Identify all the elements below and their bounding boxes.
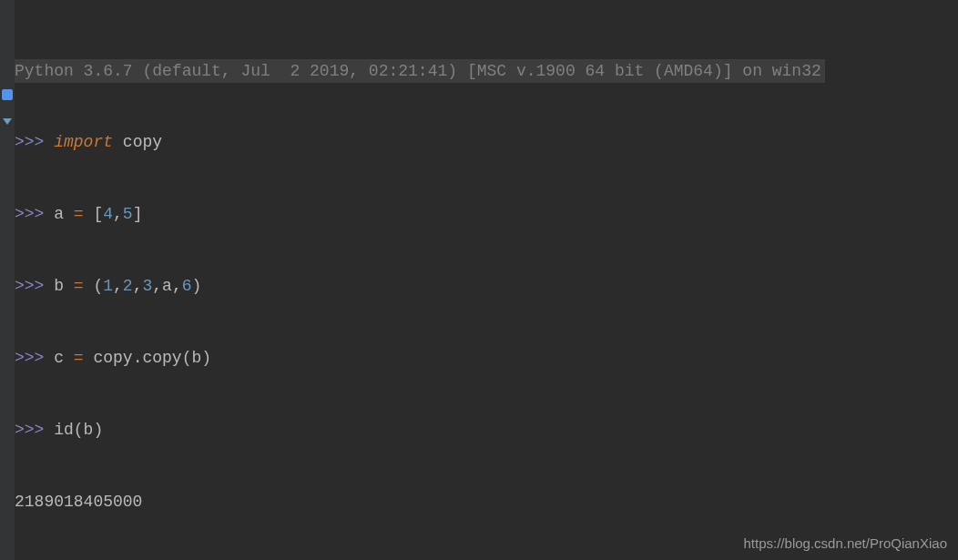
python-header: Python 3.6.7 (default, Jul 2 2019, 02:21… (15, 59, 825, 83)
output-value: 2189018405000 (15, 493, 142, 511)
repl-prompt: >>> (15, 421, 44, 439)
gutter-marker-icon (2, 89, 13, 100)
repl-prompt: >>> (15, 349, 44, 367)
repl-prompt: >>> (15, 277, 44, 295)
editor-gutter (0, 0, 15, 560)
watermark-text: https://blog.csdn.net/ProQianXiao (744, 535, 947, 551)
python-console[interactable]: Python 3.6.7 (default, Jul 2 2019, 02:21… (15, 11, 949, 560)
repl-prompt: >>> (15, 133, 44, 151)
gutter-arrow-icon (3, 118, 12, 125)
repl-prompt: >>> (15, 205, 44, 223)
keyword-import: import (54, 133, 113, 151)
